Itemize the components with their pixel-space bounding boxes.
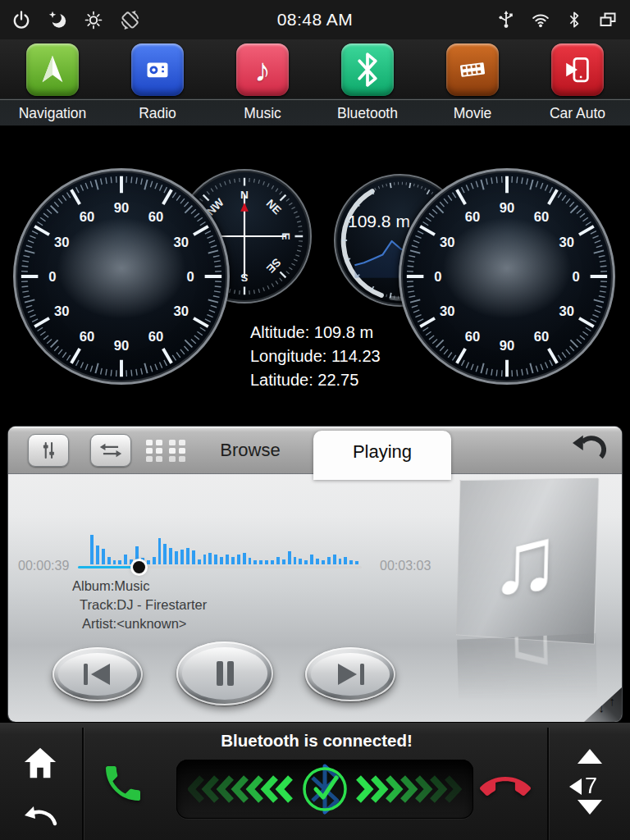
app-label: Music — [244, 105, 281, 122]
film-icon — [446, 43, 499, 96]
app-bluetooth[interactable]: Bluetooth — [315, 39, 420, 126]
svg-text:30: 30 — [559, 235, 574, 250]
chevrons-right — [355, 775, 462, 803]
longitude-readout: Longitude: 114.23 — [250, 345, 381, 368]
svg-text:0: 0 — [48, 269, 56, 285]
volume-level: 7 — [569, 774, 597, 799]
app-label: Radio — [139, 105, 176, 122]
bluetooth-indicator — [176, 760, 473, 819]
music-note-icon — [236, 43, 289, 96]
album-art-reflection — [457, 633, 598, 716]
svg-text:90: 90 — [500, 200, 514, 216]
home-button[interactable] — [21, 746, 59, 780]
previous-icon — [58, 653, 137, 696]
svg-text:30: 30 — [440, 304, 454, 319]
volume-up-icon — [578, 749, 602, 764]
grid-icon[interactable] — [143, 436, 189, 466]
svg-text:0: 0 — [186, 269, 194, 285]
app-music[interactable]: Music — [210, 39, 315, 126]
status-bar: 08:48 AM — [0, 0, 630, 39]
svg-text:60: 60 — [534, 209, 549, 225]
app-label: Car Auto — [550, 105, 605, 122]
latitude-readout: Latitude: 22.75 — [250, 368, 381, 392]
app-label: Movie — [454, 105, 492, 122]
call-end-button[interactable] — [480, 762, 531, 813]
tab-browse[interactable]: Browse — [193, 427, 308, 474]
svg-text:60: 60 — [534, 329, 549, 345]
volume-down-button[interactable] — [577, 800, 603, 816]
tab-playing[interactable]: Playing — [313, 431, 451, 480]
music-player-panel: Browse Playing 00:00:39 00:03:03 Album:M… — [8, 427, 622, 722]
svg-text:60: 60 — [465, 329, 480, 345]
svg-text:90: 90 — [500, 338, 514, 354]
app-movie[interactable]: Movie — [420, 39, 525, 126]
pause-button[interactable] — [176, 641, 273, 705]
dashboard: NNEESESSWWNW 109.8 m 0306090603003060906… — [0, 126, 630, 427]
gps-readouts: Altitude: 109.8 m Longitude: 114.23 Lati… — [250, 321, 381, 392]
bluetooth-check-badge — [299, 760, 350, 819]
svg-text:S: S — [240, 272, 248, 284]
svg-text:30: 30 — [54, 235, 69, 250]
album-art — [456, 478, 599, 645]
music-toolbar: Browse Playing — [8, 427, 622, 474]
bottom-bar: Bluetooth is connected! 7 — [0, 722, 630, 840]
svg-text:30: 30 — [174, 235, 189, 250]
svg-text:0: 0 — [572, 269, 579, 285]
previous-button[interactable] — [52, 647, 143, 701]
return-button[interactable] — [568, 433, 610, 468]
track-label: Track:DJ - Firestarter — [80, 596, 207, 614]
call-button[interactable] — [100, 760, 146, 806]
svg-text:0: 0 — [434, 269, 441, 285]
svg-text:30: 30 — [440, 235, 454, 250]
equalizer-button[interactable] — [28, 434, 69, 467]
elapsed-time: 00:00:39 — [18, 559, 69, 573]
svg-text:30: 30 — [54, 304, 69, 319]
altitude-readout: Altitude: 109.8 m — [250, 321, 381, 345]
total-time: 00:03:03 — [380, 559, 431, 573]
app-car-auto[interactable]: Car Auto — [525, 39, 630, 126]
clock: 08:48 AM — [0, 10, 630, 30]
next-icon — [311, 653, 390, 696]
svg-text:30: 30 — [559, 304, 574, 319]
back-button[interactable] — [22, 801, 58, 826]
divider — [547, 728, 549, 840]
track-metadata: Album:Music Track:DJ - Firestarter Artis… — [72, 577, 207, 633]
car-phone-icon — [551, 43, 604, 96]
volume-down-icon — [578, 800, 602, 815]
svg-text:60: 60 — [148, 329, 163, 345]
seek-progress — [78, 566, 139, 568]
artist-label: Artist:<unknown> — [82, 614, 207, 633]
app-label: Navigation — [19, 105, 87, 122]
volume-up-button[interactable] — [577, 749, 603, 765]
roll-gauge: 0306090603003060906030 — [399, 168, 615, 385]
pitch-gauge: 0306090603003060906030 — [13, 168, 230, 385]
svg-text:30: 30 — [174, 304, 189, 319]
volume-controls: 7 — [550, 723, 630, 840]
altitude-value: 109.8 m — [348, 212, 410, 231]
svg-text:60: 60 — [148, 209, 163, 225]
svg-text:60: 60 — [465, 209, 480, 225]
seek-bar[interactable] — [78, 566, 362, 568]
app-navigation[interactable]: Navigation — [0, 39, 105, 126]
svg-text:E: E — [280, 232, 292, 240]
compass-pointer — [240, 203, 249, 212]
bluetooth-icon — [341, 43, 394, 96]
svg-text:90: 90 — [114, 338, 129, 354]
spectrum — [90, 533, 361, 564]
svg-text:N: N — [240, 189, 249, 201]
car-headunit-screen: 08:48 AM Navigation Radio Music Bluetoot… — [0, 0, 630, 840]
navigation-arrow-icon — [26, 43, 79, 96]
app-label: Bluetooth — [337, 105, 398, 122]
next-button[interactable] — [305, 647, 395, 701]
chevrons-left — [188, 775, 294, 803]
volume-number: 7 — [585, 774, 597, 799]
pause-icon — [182, 647, 267, 700]
svg-text:60: 60 — [80, 209, 94, 225]
speaker-icon — [569, 778, 582, 795]
seek-thumb[interactable] — [133, 561, 145, 573]
app-radio[interactable]: Radio — [105, 39, 210, 126]
album-label: Album:Music — [72, 577, 207, 596]
bluetooth-status-text: Bluetooth is connected! — [157, 731, 477, 751]
swap-button[interactable] — [90, 434, 131, 467]
dock-divider — [0, 99, 630, 100]
